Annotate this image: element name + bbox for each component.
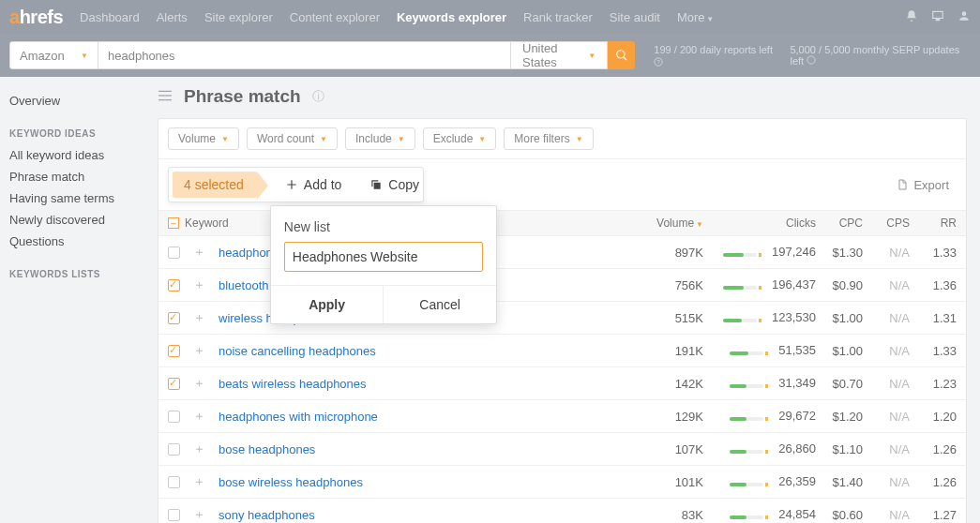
topnav-more[interactable]: More ▾ (677, 10, 713, 24)
hamburger-icon[interactable] (158, 89, 173, 105)
search-input[interactable] (98, 41, 511, 69)
keyword-link[interactable]: headphones with microphone (219, 410, 378, 424)
cell-volume: 129K (633, 410, 703, 424)
row-checkbox[interactable] (168, 378, 180, 390)
svg-point-2 (807, 56, 815, 64)
expand-icon[interactable]: ＋ (193, 441, 205, 457)
sidebar-item-newly-discovered[interactable]: Newly discovered (9, 209, 148, 231)
logo[interactable]: ahrefs (9, 7, 63, 28)
table-row: ＋beats wireless headphones142K 31,349$0.… (158, 367, 966, 400)
cell-volume: 756K (633, 278, 703, 292)
filter-more-filters[interactable]: More filters▼ (504, 127, 593, 150)
expand-icon[interactable]: ＋ (193, 408, 205, 425)
search-button[interactable] (608, 41, 635, 69)
bell-icon[interactable] (905, 9, 918, 25)
sidebar-item-all-keyword-ideas[interactable]: All keyword ideas (9, 144, 148, 166)
cell-volume: 107K (633, 442, 703, 456)
cell-rr: 1.23 (910, 377, 957, 391)
header-checkbox-partial[interactable]: − (168, 217, 179, 229)
cell-cps: N/A (863, 442, 910, 456)
engine-select[interactable]: Amazon▼ (9, 41, 98, 69)
export-icon (897, 178, 908, 191)
chevron-down-icon: ▼ (81, 52, 88, 60)
cell-clicks: 51,535 (703, 343, 816, 358)
expand-icon[interactable]: ＋ (193, 506, 205, 523)
cell-clicks: 123,530 (703, 310, 816, 325)
cancel-button[interactable]: Cancel (384, 286, 496, 323)
topnav-rank-tracker[interactable]: Rank tracker (523, 10, 593, 24)
cell-cps: N/A (863, 508, 910, 522)
th-cps[interactable]: CPS (863, 217, 910, 230)
expand-icon[interactable]: ＋ (193, 309, 205, 326)
expand-icon[interactable]: ＋ (193, 473, 205, 490)
keyword-link[interactable]: bose headphones (219, 442, 315, 456)
expand-icon[interactable]: ＋ (193, 276, 205, 293)
row-checkbox[interactable] (168, 279, 180, 291)
sidebar-overview[interactable]: Overview (9, 90, 148, 112)
cell-rr: 1.27 (910, 508, 957, 522)
row-checkbox[interactable] (168, 411, 180, 423)
filter-include[interactable]: Include▼ (345, 127, 415, 150)
topnav-site-explorer[interactable]: Site explorer (204, 10, 273, 24)
keyword-link[interactable]: sony headphones (219, 508, 315, 522)
expand-icon[interactable]: ＋ (193, 244, 205, 261)
keyword-link[interactable]: beats wireless headphones (219, 377, 367, 391)
copy-icon (369, 178, 383, 191)
sidebar-item-questions[interactable]: Questions (9, 231, 148, 252)
chevron-down-icon: ▼ (320, 135, 327, 143)
topnav-alerts[interactable]: Alerts (157, 10, 188, 24)
selected-count-tag: 4 selected (173, 172, 257, 198)
th-cpc[interactable]: CPC (816, 217, 863, 230)
expand-icon[interactable]: ＋ (193, 342, 205, 359)
copy-button[interactable]: Copy (369, 177, 419, 192)
row-checkbox[interactable] (168, 247, 180, 259)
add-to-label: Add to (304, 177, 341, 192)
cell-volume: 83K (633, 508, 703, 522)
cell-clicks: 197,246 (703, 245, 816, 260)
row-checkbox[interactable] (168, 345, 180, 357)
add-to-button[interactable]: Add to New list Apply Cancel (285, 177, 341, 192)
info-icon[interactable]: ⓘ (312, 88, 324, 105)
country-select[interactable]: United States▼ (511, 41, 608, 69)
keyword-link[interactable]: bose wireless headphones (219, 475, 363, 489)
sidebar-item-phrase-match[interactable]: Phrase match (9, 166, 148, 187)
th-rr[interactable]: RR (910, 217, 957, 230)
new-list-input[interactable] (284, 242, 483, 272)
row-checkbox[interactable] (168, 509, 180, 521)
country-label: United States (522, 41, 588, 69)
export-button[interactable]: Export (897, 178, 957, 192)
cell-volume: 101K (633, 475, 703, 489)
user-icon[interactable] (957, 9, 971, 25)
cell-cps: N/A (863, 246, 910, 260)
topnav-keywords-explorer[interactable]: Keywords explorer (397, 10, 506, 24)
row-checkbox[interactable] (168, 312, 180, 324)
keyword-link[interactable]: noise cancelling headphones (219, 344, 376, 358)
topnav-dashboard[interactable]: Dashboard (80, 10, 140, 24)
sidebar-head-lists: KEYWORDS LISTS (9, 269, 148, 279)
chevron-down-icon: ▼ (398, 135, 405, 143)
apply-button[interactable]: Apply (271, 286, 384, 323)
modal-title: New list (284, 219, 483, 234)
filter-word-count[interactable]: Word count▼ (247, 127, 338, 150)
row-checkbox[interactable] (168, 476, 180, 488)
topnav-site-audit[interactable]: Site audit (610, 10, 660, 24)
topnav-content-explorer[interactable]: Content explorer (290, 10, 380, 24)
expand-icon[interactable]: ＋ (193, 375, 205, 392)
cell-cpc: $0.60 (816, 508, 863, 522)
table-row: ＋headphones with microphone129K 29,672$1… (158, 400, 966, 433)
monthly-quota: 5,000 / 5,000 monthly SERP updates left (790, 44, 971, 67)
logo-a: a (9, 7, 20, 27)
monitor-icon[interactable] (931, 9, 944, 25)
cell-clicks: 29,672 (703, 409, 816, 424)
logo-rest: hrefs (20, 7, 63, 27)
filter-volume[interactable]: Volume▼ (168, 127, 239, 150)
row-checkbox[interactable] (168, 443, 180, 456)
th-keyword[interactable]: Keyword (185, 217, 229, 230)
th-volume[interactable]: Volume▼ (633, 217, 703, 230)
th-clicks[interactable]: Clicks (703, 217, 816, 230)
table-row: ＋bose wireless headphones101K 26,359$1.4… (158, 466, 966, 499)
sidebar-item-having-same-terms[interactable]: Having same terms (9, 187, 148, 209)
filter-exclude[interactable]: Exclude▼ (423, 127, 497, 150)
cell-cps: N/A (863, 377, 910, 391)
cell-clicks: 196,437 (703, 277, 816, 292)
